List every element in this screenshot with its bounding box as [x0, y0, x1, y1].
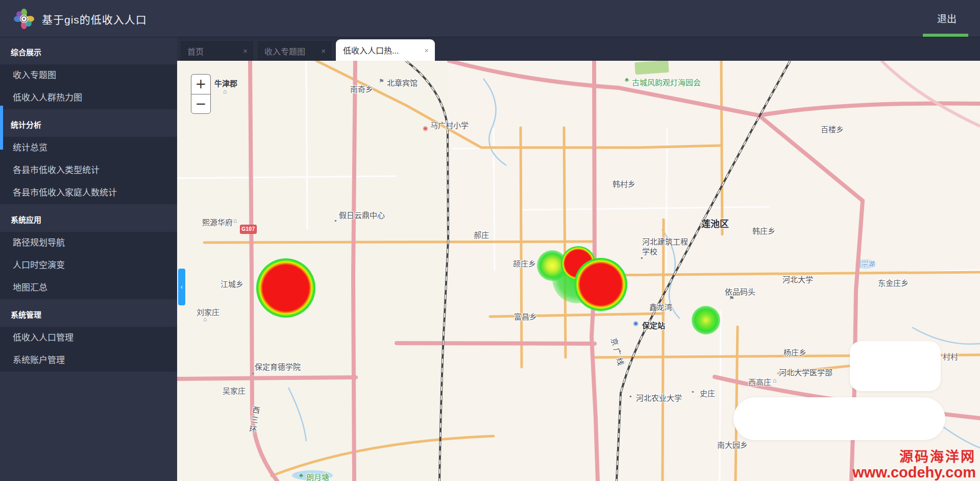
- map-label: 东金庄乡: [878, 277, 909, 288]
- tab-active[interactable]: 低收入人口热...×: [336, 39, 435, 61]
- map-label: 河北大学医学部: [779, 367, 832, 377]
- map-label: 韩庄乡: [752, 225, 775, 236]
- map-label: 河北大学: [782, 274, 813, 284]
- map-label: 史庄: [700, 388, 715, 398]
- house-icon: ⌂: [233, 218, 237, 224]
- map-label: 学校: [642, 246, 657, 256]
- highway-badge: G107: [240, 225, 257, 234]
- map-label: 西高庄: [748, 376, 771, 387]
- sidebar-item[interactable]: 路径规划导航: [0, 232, 177, 254]
- sidebar-item[interactable]: 低收入人群热力图: [0, 87, 177, 109]
- map-label: 莲池区: [701, 217, 729, 230]
- flag-icon: ⚑: [729, 295, 734, 301]
- sidebar-section-items: 低收入人口管理系统账户管理: [0, 327, 177, 372]
- zoom-out-button[interactable]: −: [191, 94, 211, 114]
- house-icon: ⌂: [773, 377, 776, 383]
- flag-icon: ⚑: [379, 78, 384, 84]
- map-label: 富昌乡: [514, 311, 537, 322]
- map-zoom-control: + −: [191, 74, 211, 114]
- map-label: 南奇乡: [350, 83, 373, 94]
- watermark-line1: 源码海洋网: [852, 450, 976, 464]
- school-icon: ▪: [629, 393, 631, 399]
- sidebar-section-label: 统计分析: [0, 113, 177, 137]
- logout-button[interactable]: 退出: [937, 11, 957, 25]
- sidebar-section-label: 综合展示: [0, 41, 177, 64]
- page-title: 基于gis的低收入人口: [42, 11, 147, 27]
- map-label: 村村: [943, 351, 958, 362]
- sidebar-menu: 综合展示收入专题图低收入人群热力图统计分析统计总览各县市低收入类型统计各县市低收…: [0, 37, 177, 481]
- building-icon: ▪: [334, 218, 336, 224]
- map-label: 吴家庄: [223, 385, 246, 396]
- map-label: 保定站: [642, 320, 665, 330]
- watermark: 源码海洋网 www.codehy.com: [852, 450, 976, 480]
- tab-close-icon[interactable]: ×: [424, 46, 429, 54]
- map-label: 马广村小学: [430, 119, 469, 130]
- sidebar-item[interactable]: 低收入人口管理: [0, 327, 177, 349]
- station-icon: ◉: [633, 320, 638, 326]
- map-label: 牛津郡: [214, 78, 237, 88]
- sidebar-scrollbar[interactable]: [0, 106, 3, 150]
- circle-icon: ◉: [423, 125, 428, 131]
- map-label: 杨庄乡: [783, 347, 806, 357]
- zoom-in-button[interactable]: +: [191, 74, 211, 94]
- map-label: 南大园乡: [717, 439, 748, 450]
- map-label: 保定育德学院: [255, 361, 301, 372]
- sidebar-item[interactable]: 各县市低收入类型统计: [0, 159, 177, 182]
- sidebar-section-items: 统计总览各县市低收入类型统计各县市低收入家庭人数统计: [0, 137, 177, 204]
- chevron-left-icon: ‹: [181, 283, 183, 291]
- tree-icon: ♣: [299, 472, 303, 478]
- sidebar-section-label: 系统管理: [0, 303, 177, 327]
- map-label: 古城风韵观灯海园会: [632, 77, 701, 87]
- tab-inactive[interactable]: 首页×: [180, 40, 254, 61]
- map-canvas[interactable]: + − ‹ G107 牛津郡南奇乡北章宾馆马广村小学古城风韵观灯海园会百楼乡韩村…: [177, 61, 980, 481]
- tab-bar: 首页×收入专题图×低收入人口热...×: [177, 37, 980, 61]
- app-logo-icon: [13, 8, 35, 30]
- map-label: 江城乡: [220, 278, 243, 289]
- map-label: 百楼乡: [821, 124, 844, 134]
- map-label: 北章宾馆: [387, 77, 418, 88]
- sidebar-item[interactable]: 人口时空演变: [0, 254, 177, 277]
- tab-label: 收入专题图: [264, 45, 305, 57]
- sidebar-item[interactable]: 统计总览: [0, 137, 177, 159]
- house-icon: ⌂: [223, 88, 227, 94]
- map-label: 韩村乡: [612, 178, 635, 189]
- school-icon: ▪: [252, 370, 254, 376]
- header-active-indicator: [923, 34, 968, 37]
- tab-close-icon[interactable]: ×: [321, 47, 326, 55]
- sidebar-item[interactable]: 收入专题图: [0, 64, 177, 87]
- sidebar-item[interactable]: 系统账户管理: [0, 349, 177, 372]
- map-label: 鑫龙湾: [649, 301, 672, 312]
- sidebar-section-label: 系统应用: [0, 208, 177, 232]
- map-label: 假日云鼎中心: [339, 209, 385, 220]
- map-label: 宗湖: [862, 258, 875, 268]
- sidebar-section-items: 收入专题图低收入人群热力图: [0, 64, 177, 109]
- map-label: 河北建筑工程: [642, 236, 688, 247]
- tab-label: 首页: [187, 45, 204, 57]
- app-header: 基于gis的低收入人口 退出: [0, 0, 980, 37]
- sidebar-item[interactable]: 各县市低收入家庭人数统计: [0, 182, 177, 204]
- tree-icon: ♣: [625, 77, 629, 83]
- school-icon: ▪: [641, 255, 643, 261]
- map-label: 河北农业大学: [636, 392, 682, 403]
- watermark-line2: www.codehy.com: [852, 465, 976, 480]
- collapse-panel-toggle[interactable]: ‹: [178, 269, 185, 305]
- tab-inactive[interactable]: 收入专题图×: [257, 40, 332, 61]
- tab-close-icon[interactable]: ×: [243, 47, 248, 55]
- tab-label: 低收入人口热...: [343, 44, 399, 56]
- sidebar-item[interactable]: 地图汇总: [0, 277, 177, 299]
- redaction-patch: [733, 397, 945, 440]
- map-label: 颉庄乡: [513, 258, 536, 269]
- school-icon: ▪: [692, 389, 694, 395]
- sidebar-section-items: 路径规划导航人口时空演变地图汇总: [0, 232, 177, 299]
- redaction-patch: [850, 341, 941, 391]
- map-label: 熙源华府: [202, 217, 233, 227]
- map-label: 郝庄: [474, 229, 489, 240]
- house-icon: ⌂: [203, 316, 207, 322]
- map-label: 朗月塘: [306, 471, 329, 481]
- map-label: 刘家庄: [197, 306, 219, 317]
